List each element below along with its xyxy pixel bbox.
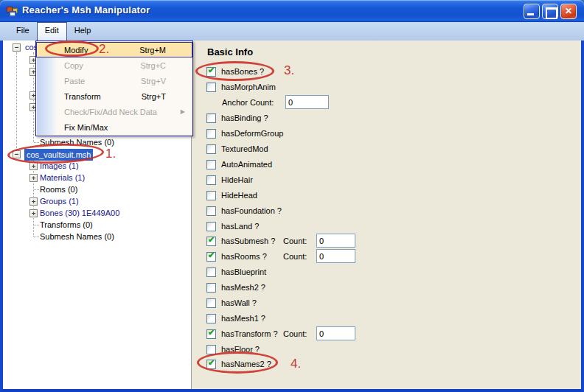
tree-node-bones[interactable]: Bones (30) 1E449A00 bbox=[40, 208, 119, 218]
row-hasmesh2: hasMesh2 ? bbox=[206, 280, 265, 295]
annotation-number-1: 1. bbox=[105, 147, 116, 161]
texturedmod-checkbox[interactable] bbox=[206, 144, 216, 154]
haswall-checkbox[interactable] bbox=[206, 298, 216, 308]
row-hasrooms: hasRooms ? Count: bbox=[206, 249, 267, 264]
tree-node-submesh-names-2[interactable]: Submesh Names (0) bbox=[40, 231, 114, 242]
annotation-number-3: 3. bbox=[284, 63, 294, 78]
tree-stub bbox=[34, 189, 39, 190]
annotation-number-4: 4. bbox=[291, 357, 301, 371]
row-hasland: hasLand ? bbox=[206, 219, 259, 234]
maximize-button[interactable] bbox=[542, 4, 558, 19]
hasblueprint-label: hasBlueprint bbox=[221, 267, 266, 276]
hassubmesh-label: hasSubmesh ? bbox=[221, 237, 275, 245]
copy-label: Copy bbox=[64, 61, 83, 70]
hasrooms-checkbox[interactable] bbox=[206, 252, 216, 262]
hidehair-checkbox[interactable] bbox=[206, 175, 216, 185]
minimize-button[interactable] bbox=[524, 4, 540, 19]
tree-node-groups[interactable]: Groups (1) bbox=[40, 196, 79, 206]
hasmorphanim-label: hasMorphAnim bbox=[221, 83, 276, 91]
menu-help[interactable]: Help bbox=[67, 22, 99, 41]
paste-label: Paste bbox=[64, 77, 85, 85]
haswall-label: hasWall ? bbox=[221, 298, 257, 307]
hasmesh1-label: hasMesh1 ? bbox=[221, 314, 265, 323]
tree-stub bbox=[34, 225, 39, 225]
tree-node-materials[interactable]: Materials (1) bbox=[40, 172, 85, 183]
hassubmesh-checkbox[interactable] bbox=[206, 237, 216, 246]
basic-info-heading: Basic Info bbox=[207, 46, 253, 57]
hasmesh1-checkbox[interactable] bbox=[206, 314, 216, 323]
modify-shortcut: Strg+M bbox=[139, 46, 166, 55]
tree-stub bbox=[34, 142, 39, 143]
menu-file[interactable]: File bbox=[9, 22, 37, 41]
hasrooms-label: hasRooms ? bbox=[221, 252, 267, 261]
menu-edit[interactable]: Edit bbox=[37, 22, 67, 41]
hasland-label: hasLand ? bbox=[221, 222, 259, 231]
hasmesh2-label: hasMesh2 ? bbox=[221, 283, 265, 292]
tree-toggle-root1[interactable] bbox=[13, 43, 21, 52]
menu-bar: File Edit Help bbox=[0, 22, 584, 41]
anchor-count-label: Anchor Count: bbox=[222, 98, 274, 107]
hasrooms-count-input[interactable] bbox=[316, 249, 355, 263]
app-icon-square-blue bbox=[9, 11, 16, 17]
hidehead-checkbox[interactable] bbox=[206, 191, 216, 200]
hastransform-count-input[interactable] bbox=[316, 326, 355, 340]
menu-item-copy[interactable]: Copy Strg+C bbox=[36, 57, 192, 73]
row-hidehair: HideHair bbox=[206, 172, 253, 187]
title-bar[interactable]: Reacher's Msh Manipulator bbox=[0, 0, 584, 22]
close-button[interactable] bbox=[560, 4, 577, 19]
window-title: Reacher's Msh Manipulator bbox=[22, 4, 150, 15]
hasland-checkbox[interactable] bbox=[206, 222, 216, 231]
tree-stub bbox=[34, 237, 39, 237]
row-hastransform: hasTransform ? Count: bbox=[206, 326, 278, 341]
copy-shortcut: Strg+C bbox=[140, 61, 166, 70]
annotation-circle-2 bbox=[45, 41, 99, 57]
hasmesh2-checkbox[interactable] bbox=[206, 283, 216, 293]
texturedmod-label: TexturedMod bbox=[221, 144, 268, 153]
anchor-count-input[interactable] bbox=[285, 95, 329, 109]
hastransform-count-label: Count: bbox=[283, 329, 307, 338]
annotation-number-2: 2. bbox=[99, 42, 109, 57]
tree-toggle-groups[interactable] bbox=[29, 197, 38, 206]
row-texturedmod: TexturedMod bbox=[206, 141, 268, 156]
hassubmesh-count-input[interactable] bbox=[316, 234, 355, 248]
hasdeformgroup-checkbox[interactable] bbox=[206, 129, 216, 139]
hasdeformgroup-label: hasDeformGroup bbox=[221, 129, 283, 138]
menu-item-check-fix-add-neck-data[interactable]: Check/Fix/Add Neck Data bbox=[36, 104, 192, 119]
row-haswall: hasWall ? bbox=[206, 295, 257, 310]
row-hasmesh1: hasMesh1 ? bbox=[206, 311, 265, 326]
tree-toggle-materials[interactable] bbox=[29, 174, 38, 182]
row-hassubmesh: hasSubmesh ? Count: bbox=[206, 234, 275, 248]
hastransform-label: hasTransform ? bbox=[221, 329, 278, 338]
transform-shortcut: Strg+T bbox=[142, 92, 166, 101]
annotation-circle-4 bbox=[197, 351, 278, 374]
hasmorphanim-checkbox[interactable] bbox=[206, 83, 216, 92]
row-hasblueprint: hasBlueprint bbox=[206, 265, 266, 279]
row-hasdeformgroup: hasDeformGroup bbox=[206, 126, 283, 141]
menu-item-paste[interactable]: Paste Strg+V bbox=[36, 73, 192, 88]
hassubmesh-count-label: Count: bbox=[283, 237, 307, 245]
tree-toggle-bones[interactable] bbox=[29, 209, 38, 217]
check-fix-label: Check/Fix/Add Neck Data bbox=[64, 108, 157, 116]
autoanimated-checkbox[interactable] bbox=[206, 160, 216, 169]
row-hasmorphanim: hasMorphAnim bbox=[206, 80, 276, 94]
transform-label: Transform bbox=[64, 92, 101, 101]
hasblueprint-checkbox[interactable] bbox=[206, 267, 216, 277]
app-icon bbox=[7, 5, 18, 17]
row-hasfoundation: hasFoundation ? bbox=[206, 203, 282, 218]
hasfoundation-checkbox[interactable] bbox=[206, 206, 216, 216]
row-anchor-count: Anchor Count: bbox=[206, 95, 274, 110]
window-controls bbox=[524, 4, 577, 19]
hasbinding-label: hasBinding ? bbox=[221, 113, 268, 122]
menu-item-transform[interactable]: Transform Strg+T bbox=[36, 88, 192, 104]
row-hidehead: HideHead bbox=[206, 188, 257, 203]
hastransform-checkbox[interactable] bbox=[206, 329, 216, 339]
hasfoundation-label: hasFoundation ? bbox=[221, 206, 282, 215]
annotation-circle-3 bbox=[195, 61, 274, 81]
hidehead-label: HideHead bbox=[221, 191, 257, 200]
app-window: Reacher's Msh Manipulator File Edit Help… bbox=[0, 0, 584, 392]
menu-item-fix-min-max[interactable]: Fix Min/Max bbox=[36, 119, 192, 135]
hasbinding-checkbox[interactable] bbox=[206, 113, 216, 123]
tree-node-rooms[interactable]: Rooms (0) bbox=[40, 184, 77, 195]
tree-node-transforms[interactable]: Transforms (0) bbox=[40, 220, 93, 230]
autoanimated-label: AutoAnimated bbox=[221, 160, 272, 169]
